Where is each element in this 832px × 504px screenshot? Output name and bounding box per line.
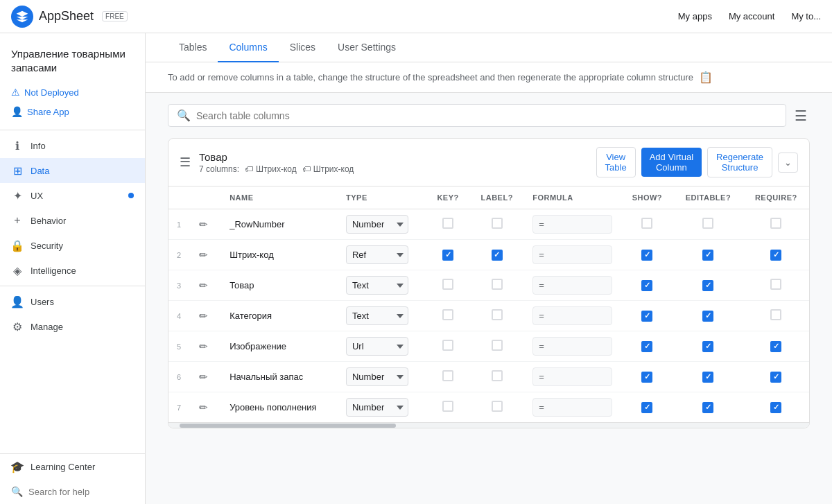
checkbox[interactable] bbox=[702, 311, 713, 322]
edit-row-button[interactable]: ✏ bbox=[198, 278, 209, 293]
checkbox[interactable] bbox=[442, 218, 453, 229]
edit-row-button[interactable]: ✏ bbox=[198, 217, 209, 232]
column-type-select[interactable]: Number Ref Text Url bbox=[346, 337, 408, 356]
sidebar-item-intelligence[interactable]: ◈ Intelligence bbox=[0, 258, 145, 283]
formula-value[interactable]: = bbox=[532, 276, 612, 295]
tag2-icon: 🏷 bbox=[302, 164, 311, 174]
checkbox[interactable] bbox=[641, 250, 652, 261]
checkbox[interactable] bbox=[492, 340, 503, 351]
edit-row-button[interactable]: ✏ bbox=[198, 309, 209, 324]
table-title: Товар bbox=[199, 151, 354, 163]
sidebar-item-data[interactable]: ⊞ Data bbox=[0, 158, 145, 183]
not-deployed-status[interactable]: ⚠ Not Deployed bbox=[0, 82, 145, 102]
search-columns-input[interactable] bbox=[196, 110, 777, 121]
tab-columns[interactable]: Columns bbox=[218, 33, 278, 62]
checkbox[interactable] bbox=[442, 250, 453, 261]
checkbox[interactable] bbox=[702, 402, 713, 413]
checkbox[interactable] bbox=[770, 250, 781, 261]
logo[interactable]: AppSheet FREE bbox=[11, 6, 128, 28]
edit-row-button[interactable]: ✏ bbox=[198, 339, 209, 354]
edit-row-button[interactable]: ✏ bbox=[198, 400, 209, 415]
sidebar-bottom: 🎓 Learning Center 🔍 bbox=[0, 453, 145, 504]
row-edit-cell: ✏ bbox=[189, 301, 221, 331]
checkbox[interactable] bbox=[492, 218, 503, 229]
add-virtual-column-button[interactable]: Add Virtual Column bbox=[641, 148, 702, 177]
column-type-select[interactable]: Number Ref Text Url bbox=[346, 367, 408, 386]
checkbox[interactable] bbox=[702, 372, 713, 383]
formula-value[interactable]: = bbox=[532, 245, 612, 264]
checkbox[interactable] bbox=[702, 341, 713, 352]
checkbox[interactable] bbox=[770, 218, 781, 229]
row-number: 3 bbox=[168, 270, 189, 301]
checkbox[interactable] bbox=[442, 370, 453, 381]
checkbox[interactable] bbox=[641, 372, 652, 383]
formula-value[interactable]: = bbox=[532, 337, 612, 356]
expand-button[interactable]: ⌄ bbox=[778, 153, 798, 173]
checkbox[interactable] bbox=[492, 401, 503, 412]
checkbox[interactable] bbox=[770, 279, 781, 290]
column-name: Изображение bbox=[221, 331, 338, 362]
checkbox[interactable] bbox=[442, 279, 453, 290]
checkbox[interactable] bbox=[770, 341, 781, 352]
my-account-link[interactable]: My account bbox=[729, 11, 774, 21]
checkbox[interactable] bbox=[702, 218, 713, 229]
column-type-cell: Number Ref Text Url bbox=[338, 209, 426, 240]
checkbox[interactable] bbox=[770, 372, 781, 383]
require-cell bbox=[743, 331, 809, 362]
regenerate-structure-button[interactable]: Regenerate Structure bbox=[707, 147, 772, 177]
share-app-button[interactable]: 👤 Share App bbox=[0, 102, 145, 121]
column-type-select[interactable]: Number Ref Text Url bbox=[346, 398, 408, 417]
sidebar-item-security[interactable]: 🔒 Security bbox=[0, 233, 145, 258]
bottom-scrollbar[interactable] bbox=[168, 422, 809, 428]
checkbox[interactable] bbox=[492, 370, 503, 381]
view-table-button[interactable]: View Table bbox=[596, 147, 636, 177]
checkbox[interactable] bbox=[770, 402, 781, 413]
view-toggle-button[interactable]: ☰ bbox=[792, 105, 810, 127]
edit-row-button[interactable]: ✏ bbox=[198, 247, 209, 263]
formula-value[interactable]: = bbox=[532, 367, 612, 386]
tab-user-settings[interactable]: User Settings bbox=[327, 33, 407, 62]
editable-cell bbox=[673, 270, 743, 301]
sidebar-item-users[interactable]: 👤 Users bbox=[0, 289, 145, 314]
search-help-bar[interactable]: 🔍 bbox=[0, 479, 145, 504]
my-apps-link[interactable]: My apps bbox=[678, 11, 712, 21]
checkbox[interactable] bbox=[641, 218, 652, 229]
tag1: 🏷 Штрих-код bbox=[245, 164, 297, 174]
sidebar-item-manage[interactable]: ⚙ Manage bbox=[0, 314, 145, 339]
my-to-link[interactable]: My to... bbox=[791, 11, 821, 21]
checkbox[interactable] bbox=[442, 401, 453, 412]
checkbox[interactable] bbox=[770, 309, 781, 320]
label-cell bbox=[469, 362, 524, 392]
column-type-select[interactable]: Number Ref Text Url bbox=[346, 215, 408, 234]
column-type-select[interactable]: Number Ref Text Url bbox=[346, 245, 408, 264]
formula-value[interactable]: = bbox=[532, 306, 612, 325]
edit-row-button[interactable]: ✏ bbox=[198, 370, 209, 385]
checkbox[interactable] bbox=[641, 402, 652, 413]
column-type-select[interactable]: Number Ref Text Url bbox=[346, 306, 408, 325]
checkbox[interactable] bbox=[442, 309, 453, 320]
sidebar-item-ux[interactable]: ✦ UX bbox=[0, 183, 145, 208]
learning-center-item[interactable]: 🎓 Learning Center bbox=[0, 454, 145, 479]
checkbox[interactable] bbox=[442, 340, 453, 351]
checkbox[interactable] bbox=[641, 341, 652, 352]
column-type-select[interactable]: Number Ref Text Url bbox=[346, 276, 408, 295]
checkbox[interactable] bbox=[641, 311, 652, 322]
header-actions: View Table Add Virtual Column Regenerate… bbox=[596, 147, 798, 177]
checkbox[interactable] bbox=[702, 280, 713, 291]
checkbox[interactable] bbox=[492, 279, 503, 290]
formula-value[interactable]: = bbox=[532, 215, 612, 234]
sidebar-item-behavior[interactable]: + Behavior bbox=[0, 208, 145, 233]
main-content: Tables Columns Slices User Settings To a… bbox=[146, 33, 832, 504]
scrollbar-thumb[interactable] bbox=[180, 424, 396, 428]
editable-cell bbox=[673, 240, 743, 270]
checkbox[interactable] bbox=[702, 250, 713, 261]
sidebar-item-info[interactable]: ℹ Info bbox=[0, 133, 145, 158]
show-cell bbox=[621, 240, 673, 270]
checkbox[interactable] bbox=[492, 309, 503, 320]
search-help-input[interactable] bbox=[28, 487, 134, 497]
tab-tables[interactable]: Tables bbox=[168, 33, 218, 62]
checkbox[interactable] bbox=[492, 250, 503, 261]
checkbox[interactable] bbox=[641, 280, 652, 291]
formula-value[interactable]: = bbox=[532, 398, 612, 417]
tab-slices[interactable]: Slices bbox=[279, 33, 327, 62]
